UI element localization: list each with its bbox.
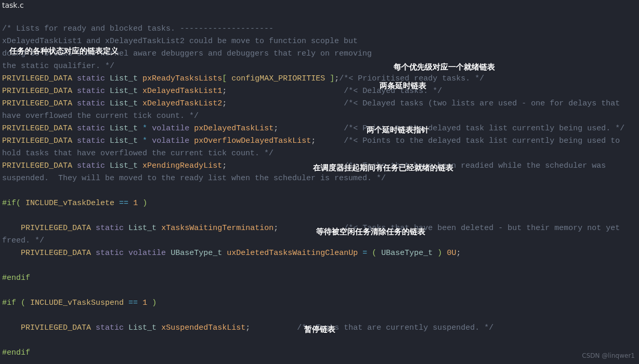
token: ; (456, 249, 461, 258)
token: pxOverflowDelayedTaskList (194, 137, 311, 145)
token: xPendingReadyList (142, 161, 222, 170)
token: List_t (110, 99, 138, 108)
token: ; (222, 99, 227, 108)
token: 0U (447, 249, 456, 258)
token: ( (21, 299, 25, 307)
token: PRIVILEGED_DATA (2, 87, 72, 96)
token: ; (245, 323, 250, 332)
token: static (77, 161, 105, 170)
token: PRIVILEGED_DATA (2, 99, 72, 108)
token: #if (2, 299, 16, 307)
token: ) (142, 199, 147, 208)
token: PRIVILEGED_DATA (2, 74, 72, 83)
comment: /*< Points to the delayed task list curr… (278, 124, 624, 133)
annotation-label: 每个优先级对应一个就绪链表 (394, 61, 495, 73)
token: ; (273, 124, 278, 133)
annotation-label: 两条延时链表 (380, 79, 426, 92)
token: INCLUDE_vTaskSuspend (30, 299, 124, 307)
token: configMAX_PRIORITIES (231, 74, 325, 83)
token: List_t (128, 323, 157, 332)
token: volatile (128, 249, 166, 258)
token: volatile (152, 137, 189, 145)
token: #if (2, 199, 16, 208)
token: pxDelayedTaskList (194, 124, 273, 133)
comment: the static qualifier. */ (2, 62, 114, 71)
token: ; (334, 74, 339, 83)
annotation-label: 等待被空闲任务清除任务的链表 (316, 225, 425, 238)
token: static (77, 137, 105, 145)
token: #endif (2, 274, 30, 282)
annotation-label: 任务的各种状态对应的链表定义 (9, 45, 119, 57)
token: List_t (110, 87, 138, 96)
token: == (119, 199, 128, 208)
token: ) (152, 299, 157, 307)
token: * (142, 124, 147, 133)
token: == (128, 299, 138, 307)
token: static (96, 224, 124, 233)
token: xSuspendedTaskList (161, 323, 245, 332)
token: ; (222, 161, 227, 170)
token: ; (311, 137, 316, 145)
token: * (142, 137, 147, 145)
annotation-label: 在调度器挂起期间有任务已经就绪的链表 (313, 161, 453, 174)
token: [ (222, 74, 227, 83)
annotation-label: 两个延时链表指针 (367, 124, 429, 136)
token: PRIVILEGED_DATA (2, 323, 91, 332)
token: static (77, 124, 105, 133)
token: UBaseType_t (381, 249, 433, 258)
token: uxDeletedTasksWaitingCleanUp (227, 249, 358, 258)
token: INCLUDE_vTaskDelete (25, 199, 114, 208)
token: 1 (142, 299, 147, 307)
token: List_t (128, 224, 157, 233)
token: 1 (133, 199, 138, 208)
token: ; (273, 224, 278, 233)
token: pxReadyTasksLists (142, 74, 222, 83)
token: = (362, 249, 367, 258)
token: xDelayedTaskList1 (142, 87, 222, 96)
token: ] (330, 74, 334, 83)
token: List_t (110, 161, 138, 170)
code-block: /* Lists for ready and blocked tasks. --… (0, 10, 639, 361)
token: PRIVILEGED_DATA (2, 137, 72, 145)
watermark: CSDN @linqwer1 (582, 349, 635, 362)
token: List_t (110, 137, 138, 145)
token: xDelayedTaskList2 (142, 99, 222, 108)
token: xTasksWaitingTermination (161, 224, 273, 233)
token: static (77, 87, 105, 96)
token: PRIVILEGED_DATA (2, 249, 91, 258)
token: ; (222, 87, 227, 96)
token: static (96, 249, 124, 258)
token: PRIVILEGED_DATA (2, 224, 91, 233)
token: volatile (152, 124, 189, 133)
token: List_t (110, 74, 138, 83)
token: ( (16, 199, 21, 208)
token: ( (372, 249, 376, 258)
token: static (96, 323, 124, 332)
comment: /* Lists for ready and blocked tasks. --… (2, 24, 273, 33)
token: ) (437, 249, 442, 258)
file-name: task.c (0, 0, 639, 10)
token: #endif (2, 348, 30, 357)
token: static (77, 74, 105, 83)
token: List_t (110, 124, 138, 133)
token: PRIVILEGED_DATA (2, 124, 72, 133)
comment: /*< Tasks that are currently suspended. … (250, 323, 493, 332)
token: static (77, 99, 105, 108)
token: PRIVILEGED_DATA (2, 161, 72, 170)
annotation-label: 暂停链表 (304, 323, 335, 335)
token: UBaseType_t (171, 249, 222, 258)
